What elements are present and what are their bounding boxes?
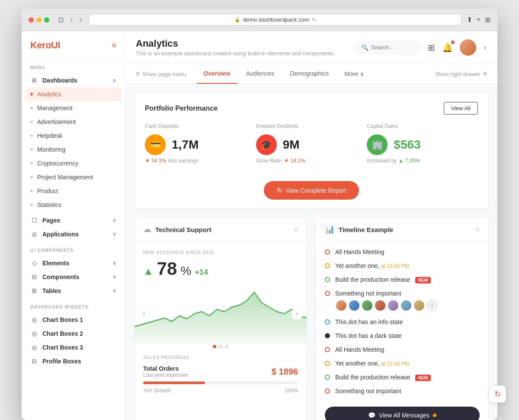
avatar[interactable] xyxy=(460,39,476,56)
minimize-button[interactable] xyxy=(36,17,42,22)
sidebar-item-helpdesk[interactable]: Helpdesk xyxy=(22,129,125,143)
metric-invested-dividents: Invested Dividents 🎓 9M Grow Rate: ▼ 14.… xyxy=(256,123,367,171)
sidebar-item-statistics[interactable]: Statistics xyxy=(22,198,125,212)
sidebar-item-cryptocurrency[interactable]: Cryptocurrency xyxy=(22,156,125,170)
sidebar-item-applications[interactable]: ◎ Applications ∨ xyxy=(22,227,125,241)
timeline-item-title: Build the production release NEW xyxy=(335,276,480,283)
search-box[interactable]: 🔍 xyxy=(355,41,421,54)
timeline-item-title: This dot has an info state xyxy=(335,318,480,325)
tab-overview-label: Overview xyxy=(204,70,231,77)
sidebar-item-chart-boxes-2[interactable]: ◎ Chart Boxes 2 xyxy=(22,327,125,340)
avatar-chevron[interactable]: ∨ xyxy=(483,45,487,51)
show-menu-label: Show page menu xyxy=(142,71,186,77)
hamburger-menu[interactable]: ≡ xyxy=(112,41,116,50)
view-all-messages-button[interactable]: 💬 View All Messages xyxy=(325,407,480,420)
timeline-content: All Hands Meeting xyxy=(335,248,480,255)
tab-demographics-label: Demographics xyxy=(290,70,329,77)
menu-label: MENU xyxy=(22,58,125,73)
top-bar: Analytics This is an example dashboard c… xyxy=(125,31,497,64)
back-button[interactable]: ‹ xyxy=(69,15,74,25)
chart-next-button[interactable]: › xyxy=(291,308,303,320)
sidebar-item-monitoring[interactable]: Monitoring xyxy=(22,143,125,156)
bottom-grid: ☁ Technical Support ≡ NEW ACCOUNTS SINCE… xyxy=(134,217,489,420)
capital-gains-label: Capital Gains xyxy=(367,123,469,129)
timeline-item-title: This dot has a dark state xyxy=(335,332,480,339)
chart-dot-3[interactable] xyxy=(225,345,228,348)
dot xyxy=(30,190,33,192)
new-tab-icon[interactable]: + xyxy=(477,16,481,24)
notification-bell[interactable]: 🔔 xyxy=(442,42,453,53)
ui-components-label: UI COMPONENTS xyxy=(22,241,125,256)
sidebar: KeroUI ≡ MENU ⊞ Dashboards ∧ Analytics M… xyxy=(22,31,125,420)
maximize-button[interactable] xyxy=(44,17,49,22)
chart-dot-2[interactable] xyxy=(219,345,222,348)
show-page-menu-button[interactable]: ≡ Show page menu xyxy=(136,64,192,84)
metric-cash-deposits: Cash Deposits 💳 1,7M ▼ 54.1% less earnin… xyxy=(145,123,256,171)
card-menu-icon[interactable]: ≡ xyxy=(293,225,298,234)
chart-big-number: ▲ 78 % +14 xyxy=(143,258,298,279)
grid-icon[interactable]: ⊞ xyxy=(428,42,435,53)
tab-demographics[interactable]: Demographics xyxy=(283,64,336,84)
sidebar-item-pages[interactable]: ☐ Pages ∨ xyxy=(22,213,125,227)
timeline-menu-icon[interactable]: ≡ xyxy=(475,225,480,234)
view-complete-report-button[interactable]: ↻ View Complete Report xyxy=(264,181,359,200)
forward-button[interactable]: › xyxy=(78,15,83,25)
timeline-content: Yet another one, at 15:00 PM xyxy=(335,360,480,367)
view-messages-label: View All Messages xyxy=(379,412,429,419)
sidebar-item-chart-boxes-3[interactable]: ◎ Chart Boxes 3 xyxy=(22,340,125,354)
change-arrow: ▼ 54.1% xyxy=(145,158,166,164)
timeline-sub: at 15:00 PM xyxy=(381,263,409,269)
tab-bar: ≡ Show page menu Overview Audiences Demo… xyxy=(125,64,497,84)
refresh-icon[interactable]: ↻ xyxy=(312,17,316,23)
windows-icon[interactable]: ⊞ xyxy=(485,16,490,24)
sidebar-item-product[interactable]: Product xyxy=(22,184,125,198)
active-dot xyxy=(30,93,33,95)
search-input[interactable] xyxy=(371,44,414,51)
tab-overview[interactable]: Overview xyxy=(197,64,237,84)
timeline-dot-dark xyxy=(325,333,330,338)
add-avatar-button[interactable]: + xyxy=(426,299,438,312)
timeline-item-title: Yet another one, at 15:00 PM xyxy=(335,360,480,367)
sidebar-item-profile-boxes[interactable]: ⊟ Profile Boxes xyxy=(22,354,125,368)
sidebar-item-advertisement[interactable]: Advertisement xyxy=(22,115,125,129)
tab-audiences-label: Audiences xyxy=(246,70,274,77)
capital-gains-icon: 🏢 xyxy=(367,134,388,155)
timeline-dot-green xyxy=(325,375,330,380)
address-bar[interactable]: 🔒 demo.dashboardpack.com ↻ xyxy=(89,14,461,25)
timeline-item-title: Build the production release NEW xyxy=(335,374,480,381)
view-all-button[interactable]: View All xyxy=(444,102,478,115)
tab-more[interactable]: More ∨ xyxy=(337,64,371,83)
browser-controls: ⊡ ‹ › xyxy=(56,15,84,25)
sidebar-item-elements[interactable]: ◇ Elements ∨ xyxy=(22,256,125,270)
share-icon[interactable]: ⬆ xyxy=(467,16,472,24)
chart-prev-button[interactable]: ‹ xyxy=(138,308,150,320)
technical-support-header: ☁ Technical Support ≡ xyxy=(135,218,307,242)
chart-boxes-1-label: Chart Boxes 1 xyxy=(42,316,83,323)
sidebar-item-management[interactable]: Management xyxy=(22,101,125,115)
refresh-fab-button[interactable]: ↻ xyxy=(489,385,497,403)
sidebar-item-dashboards[interactable]: ⊞ Dashboards ∧ xyxy=(22,73,125,87)
sidebar-item-components[interactable]: ⊟ Components ∨ xyxy=(22,270,125,284)
show-right-drawer-button[interactable]: Show right drawer ≡ xyxy=(435,70,487,78)
big-number: 78 xyxy=(157,258,177,279)
cash-deposits-value: 1,7M xyxy=(172,138,199,152)
sidebar-item-chart-boxes-1[interactable]: ◎ Chart Boxes 1 xyxy=(22,313,125,327)
sidebar-toggle[interactable]: ⊡ xyxy=(56,15,65,25)
sales-row: Total Orders Last year expenses $ 1896 xyxy=(143,365,298,378)
timeline-item: This dot has an info state xyxy=(316,315,488,329)
tab-audiences[interactable]: Audiences xyxy=(239,64,281,84)
sidebar-item-tables[interactable]: ⊞ Tables ∨ xyxy=(22,284,125,298)
sidebar-item-analytics[interactable]: Analytics xyxy=(25,87,122,101)
area-chart: ‹ xyxy=(135,288,307,340)
chart-dot-1[interactable] xyxy=(213,345,216,348)
sidebar-item-project-management[interactable]: Project Management xyxy=(22,170,125,184)
avatar-4 xyxy=(374,299,386,312)
chart-boxes-3-label: Chart Boxes 3 xyxy=(42,344,83,351)
timeline-content: Yet another one, at 15:00 PM xyxy=(335,262,480,269)
close-button[interactable] xyxy=(29,17,34,22)
metrics-row: Cash Deposits 💳 1,7M ▼ 54.1% less earnin… xyxy=(145,123,478,171)
components-label: Components xyxy=(42,274,80,280)
timeline-dot-red xyxy=(325,388,330,394)
cash-deposits-main: 💳 1,7M xyxy=(145,134,247,155)
timeline-item: All Hands Meeting xyxy=(316,245,488,259)
